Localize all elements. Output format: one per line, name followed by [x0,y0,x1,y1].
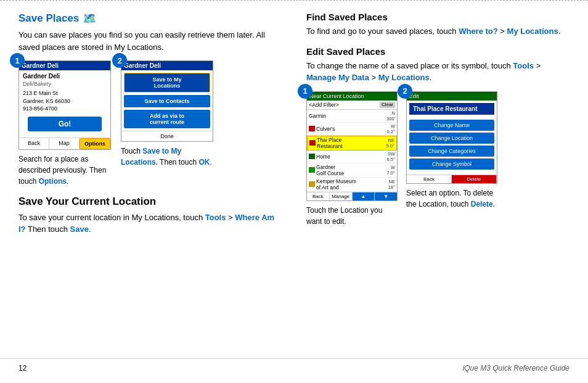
save-places-screen2-block: 2 Gardner Deli Save to MyLocations Save … [121,60,213,168]
screen2-save-my-locations-btn[interactable]: Save to MyLocations [124,73,210,93]
edit-caption2: Select an option. To delete the Location… [406,187,497,210]
right-column: Find Saved Places To find and go to your… [306,12,570,243]
change-name-btn[interactable]: Change Name [409,120,494,131]
screen2-save-contacts-btn[interactable]: Save to Contacts [124,95,210,107]
edit-screen1-block: 1 Near Current Location <Add Filter> Cle… [306,91,398,227]
screen1-place-name: Gardner Deli [23,73,107,80]
edit-screen2-block: 2 Edit Thai Place Restaurant Change Name… [406,91,497,210]
thai-icon [309,140,316,146]
clear-filter-btn[interactable]: Clear [380,102,395,108]
save-places-body: You can save places you find so you can … [18,29,282,53]
change-categories-btn[interactable]: Change Categories [409,146,494,157]
edit-screen2: Edit Thai Place Restaurant Change Name C… [406,91,497,184]
save-places-screen2-wrap: 2 Gardner Deli Save to MyLocations Save … [121,60,213,142]
edit-up-btn[interactable]: ▲ [353,192,375,200]
save-places-screenshots: 1 Gardner Deli Gardner Deli Deli/Bakery … [18,60,282,187]
edit-screen2-title: Edit [407,92,497,101]
edit-down-btn[interactable]: ▼ [375,192,397,200]
screen1-gardner-deli: Gardner Deli Gardner Deli Deli/Bakery 21… [18,60,111,150]
edit-options-list: Change Name Change Location Change Categ… [407,117,497,172]
edit-screenshots-row: 1 Near Current Location <Add Filter> Cle… [306,91,570,227]
step-number-1: 1 [10,53,25,68]
screen1-caption: Search for a place as described previous… [18,154,111,187]
save-places-screen1-wrap: 1 Gardner Deli Gardner Deli Deli/Bakery … [18,60,111,150]
edit-screen1: Near Current Location <Add Filter> Clear… [306,91,398,201]
loc-thai-place[interactable]: Thai PlaceRestaurant NE5.0° [307,136,397,150]
edit-screen2-place-name: Thai Place Restaurant [409,103,494,115]
left-column: Save Places 🗺️ You can save places you f… [18,12,282,243]
screen2-add-via-btn[interactable]: Add as via tocurrent route [124,110,210,128]
edit-screen1-wrap: 1 Near Current Location <Add Filter> Cle… [306,91,398,201]
edit-screen2-wrap: 2 Edit Thai Place Restaurant Change Name… [406,91,497,184]
loc-golf: GardnerGolf Course W7.0° [307,163,397,178]
page-footer: 12 iQue M3 Quick Reference Guide [0,358,588,377]
filter-row: <Add Filter> Clear [307,101,397,110]
loc-culvers: Culver's W0.2° [307,123,397,136]
edit-screen2-bottom: Back Delete [407,175,497,183]
edit-screen1-title: Near Current Location [307,92,397,101]
save-current-body: To save your current location in My Loca… [18,212,282,236]
edit-saved-section: Edit Saved Places To change the name of … [306,46,570,227]
screen2-done-bar[interactable]: Done [121,131,213,141]
screen1-address: 213 E Main StGardner, KS 66030913-856-47… [23,89,107,113]
edit-back-btn[interactable]: Back [307,192,330,200]
loc-home: Home SW6.5° [307,150,397,163]
screen2-caption: Touch Save to My Locations. Then touch O… [121,146,213,168]
change-location-btn[interactable]: Change Location [409,133,494,144]
find-saved-section: Find Saved Places To find and go to your… [306,12,570,38]
save-places-section: Save Places 🗺️ You can save places you f… [18,12,282,187]
edit-manage-btn[interactable]: Manage [330,192,353,200]
edit-saved-body: To change the name of a saved place or i… [306,60,570,84]
museum-icon [309,181,315,187]
screen1-bottom-bar: Back Map Options [19,138,110,149]
screen1-place-type: Deli/Bakery [23,81,107,87]
screen2-save-menu: Gardner Deli Save to MyLocations Save to… [121,60,213,142]
edit-saved-title: Edit Saved Places [306,46,570,57]
home-icon [309,154,315,159]
screen1-back-btn[interactable]: Back [19,138,49,149]
edit2-delete-btn[interactable]: Delete [452,175,497,183]
save-current-title: Save Your Current Location [18,196,282,208]
save-places-icon: 🗺️ [83,12,96,25]
page-number: 12 [18,364,27,373]
step-number-2: 2 [112,53,127,68]
find-saved-title: Find Saved Places [306,12,570,22]
screen1-options-btn[interactable]: Options [80,138,110,149]
edit-screen1-bottom: Back Manage ▲ ▼ [307,192,397,200]
edit-step-2: 2 [398,84,412,99]
save-current-section: Save Your Current Location To save your … [18,196,282,236]
save-places-screen1-block: 1 Gardner Deli Gardner Deli Deli/Bakery … [18,60,111,187]
loc-garmin: Garmin N300' [307,110,397,123]
golf-icon [309,167,315,173]
save-places-title: Save Places 🗺️ [18,12,282,25]
screen1-go-btn[interactable]: Go! [28,117,102,131]
find-saved-body: To find and go to your saved places, tou… [306,25,570,38]
change-symbol-btn[interactable]: Change Symbol [409,159,494,170]
edit2-back-btn[interactable]: Back [407,175,452,183]
screen1-content: Gardner Deli Deli/Bakery 213 E Main StGa… [19,70,110,138]
guide-title: iQue M3 Quick Reference Guide [463,364,570,373]
loc-kemper: Kemper Museumof Art and NE18° [307,178,397,192]
edit-caption1: Touch the Location you want to edit. [306,205,398,227]
edit-step-1: 1 [298,84,312,99]
screen1-title: Gardner Deli [19,61,110,70]
screen2-menu-list: Save to MyLocations Save to Contacts Add… [121,70,213,131]
screen1-map-btn[interactable]: Map [49,138,80,149]
culvers-icon [309,126,315,131]
screen2-title: Gardner Deli [121,61,213,70]
